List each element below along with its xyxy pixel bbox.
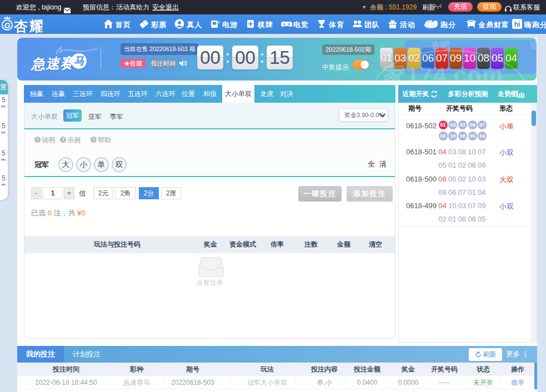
svg-text:hi: hi: [514, 21, 520, 28]
svg-text:G: G: [4, 21, 11, 30]
